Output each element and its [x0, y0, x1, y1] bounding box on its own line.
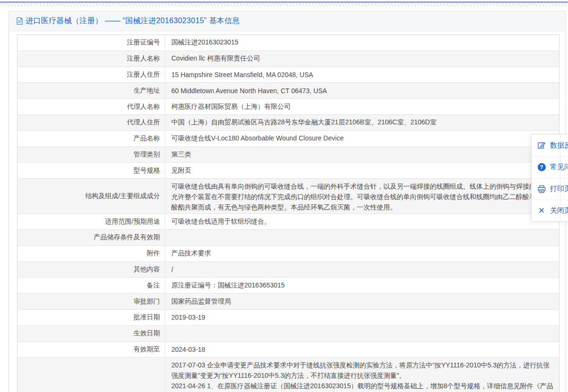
table-row: 审批部门国家药品监督管理局	[18, 294, 559, 310]
record-title-bar: 进口医疗器械（注册） —— “国械注进20163023015” 基本信息	[9, 11, 565, 31]
table-row: 代理人住所中国（上海）自由贸易试验区马吉路28号东华金融大厦21层2106B室、…	[18, 115, 559, 131]
top-hatch-pattern	[0, 3, 568, 7]
table-row: 注册人住所15 Hampshire Street Mansfield, MA 0…	[18, 67, 559, 83]
row-label: 产品储存条件及有效期	[18, 230, 165, 245]
row-value: 国家药品监督管理局	[165, 294, 559, 309]
close-glyph: ✕	[538, 207, 545, 215]
row-label: 代理人住所	[18, 115, 165, 131]
table-row: 型号规格见附页	[18, 163, 559, 179]
table-row: 其他内容/	[18, 262, 559, 278]
row-value-line: 可吸收缝合线由具有单向倒钩的可吸收缝合线，一端的外科手术缝合针，以及另一端焊接的…	[171, 181, 556, 192]
table-row: 注册证编号国械注进20163023015	[18, 35, 559, 51]
row-value: 原注册证编号：国械注进20163653015	[165, 278, 559, 293]
table-row: 有效期至2024-03-18	[18, 342, 559, 358]
row-label: 注册人名称	[18, 51, 165, 67]
row-value: 第三类	[165, 147, 559, 163]
tool-item-label: 数据反馈	[550, 141, 568, 150]
document-icon	[16, 17, 23, 25]
tool-item-label: 常见问题	[550, 163, 568, 172]
row-label: 结构及组成/主要组成成分	[18, 179, 165, 213]
row-value-line: 2021-04-26 1、在原医疗器械注册证（国械注进20163023015）载…	[171, 381, 556, 391]
row-label: 备注	[18, 278, 165, 293]
row-value: 见附页	[165, 163, 559, 178]
row-value-line: 2017-07-03 企业申请变更产品技术要求中对于缝线抗张强度检测的实验方法，…	[171, 360, 556, 370]
row-label: 附件	[18, 246, 165, 261]
table-row: 代理人名称柯惠医疗器材国际贸易（上海）有限公司	[18, 99, 559, 115]
row-label: 注册证编号	[18, 35, 165, 51]
table-row: 适用范围/预期用途可吸收缝合线适用于软组织缝合。	[18, 214, 559, 230]
question-icon: ?	[537, 163, 546, 172]
row-value	[165, 326, 559, 341]
table-row: 注册人名称Covidien llc 柯惠有限责任公司	[18, 51, 559, 67]
row-label: 管理类别	[18, 147, 165, 163]
table-row: 管理类别第三类	[18, 147, 559, 163]
tool-item-close[interactable]: ✕关闭页面	[532, 200, 568, 221]
question-glyph: ?	[538, 163, 546, 171]
row-label: 代理人名称	[18, 99, 165, 114]
table-row: 生产地址60 Middletown Avenue North Haven, CT…	[18, 83, 559, 99]
row-value: /	[165, 262, 559, 278]
table-row: 产品储存条件及有效期	[18, 230, 559, 246]
row-value: 可吸收缝合线V-Loc180 Absorbable Wound Closure …	[165, 131, 559, 147]
table-row: 产品名称可吸收缝合线V-Loc180 Absorbable Wound Clos…	[18, 131, 559, 147]
registration-info-table: 注册证编号国械注进20163023015注册人名称Covidien llc 柯惠…	[17, 35, 559, 392]
table-row: 备注原注册证编号：国械注进20163653015	[18, 278, 559, 294]
table-row: 生效日期	[18, 326, 559, 342]
tool-item-label: 关闭页面	[550, 206, 568, 215]
row-label: 其他内容	[18, 262, 165, 278]
row-label: 注册人住所	[18, 67, 165, 83]
table-row: 结构及组成/主要组成成分可吸收缝合线由具有单向倒钩的可吸收缝合线，一端的外科手术…	[18, 179, 559, 214]
row-value: 可吸收缝合线由具有单向倒钩的可吸收缝合线，一端的外科手术缝合针，以及另一端焊接的…	[165, 179, 559, 213]
row-value: 60 Middletown Avenue North Haven, CT 064…	[165, 83, 559, 98]
row-value: 国械注进20163023015	[165, 35, 559, 51]
row-value-line: 强度测量”变更为“按YY1116-2010中5.3的方法，不打结直接进行抗张强度…	[171, 370, 556, 381]
close-icon: ✕	[537, 206, 546, 216]
edit-icon	[537, 140, 546, 150]
row-value: 2019-03-19	[165, 310, 559, 325]
printer-icon	[537, 184, 546, 194]
row-label: 适用范围/预期用途	[18, 214, 165, 229]
row-label	[18, 357, 165, 392]
tool-item-label: 打印页面	[550, 184, 568, 193]
row-value-line: 酸酯共聚而成，有无色与绿色两种类型。本品经环氧乙烷灭菌，一次性使用。	[171, 202, 556, 212]
tool-item-printer[interactable]: 打印页面	[532, 178, 568, 200]
row-label: 批准日期	[18, 310, 165, 325]
row-value: 产品技术要求	[165, 246, 559, 261]
row-value: 可吸收缝合线适用于软组织缝合。	[165, 214, 559, 229]
table-row: 2017-07-03 企业申请变更产品技术要求中对于缝线抗张强度检测的实验方法，…	[18, 357, 559, 392]
row-label: 生产地址	[18, 83, 165, 98]
row-label: 产品名称	[18, 131, 165, 147]
row-value: 2017-07-03 企业申请变更产品技术要求中对于缝线抗张强度检测的实验方法，…	[165, 357, 559, 392]
row-value: 中国（上海）自由贸易试验区马吉路28号东华金融大厦21层2106B室、2106C…	[165, 115, 559, 131]
table-row: 附件产品技术要求	[18, 246, 559, 262]
tool-item-question[interactable]: ?常见问题	[532, 156, 568, 178]
row-value: 2024-03-18	[165, 342, 559, 357]
record-panel: 进口医疗器械（注册） —— “国械注进20163023015” 基本信息 注册证…	[9, 11, 566, 392]
row-value: 柯惠医疗器材国际贸易（上海）有限公司	[165, 99, 559, 114]
decorative-top-band	[0, 0, 568, 7]
floating-tool-panel: 数据反馈?常见问题打印页面✕关闭页面	[531, 134, 568, 222]
row-label: 生效日期	[18, 326, 165, 341]
row-value: Covidien llc 柯惠有限责任公司	[165, 51, 559, 67]
table-row: 批准日期2019-03-19	[18, 310, 559, 326]
row-value-line: 允许整个装置在不需要打结的情况下完成伤口的组织对合处理。可吸收缝合线的单向倒钩可…	[171, 192, 556, 202]
row-label: 有效期至	[18, 342, 165, 357]
row-value: 15 Hampshire Street Mansfield, MA 02048,…	[165, 67, 559, 83]
row-label: 型号规格	[18, 163, 165, 178]
page-title: 进口医疗器械（注册） —— “国械注进20163023015” 基本信息	[26, 16, 240, 26]
row-value	[165, 230, 559, 245]
tool-item-edit[interactable]: 数据反馈	[532, 134, 568, 156]
row-label: 审批部门	[18, 294, 165, 309]
